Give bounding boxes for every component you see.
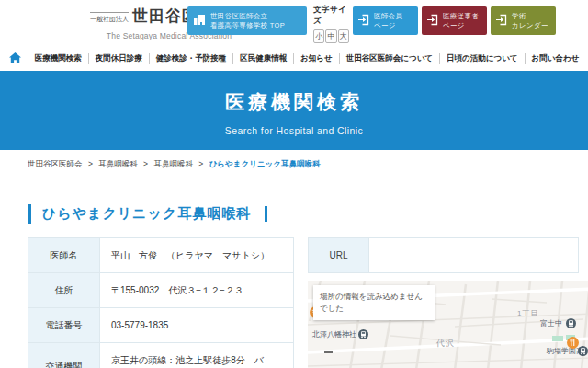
detail-label: 交通機関 — [28, 343, 100, 368]
font-size-label: 文字サイズ — [313, 5, 350, 27]
restaurant-marker-icon[interactable] — [567, 336, 579, 348]
clinic-detail-section: 医師名 平山 方俊 （ヒラヤマ マサトシ） 住所 〒155-0032 代沢３−１… — [0, 237, 588, 368]
map[interactable]: 場所の情報を読み込めませんでした 北澤八幡神社 代沢 1丁目 富士中 駒場学園高 — [308, 281, 588, 368]
detail-label: 住所 — [28, 273, 100, 308]
worker-button-line1: 医療従事者 — [443, 12, 479, 20]
breadcrumb-home[interactable]: 世田谷区医師会 — [28, 159, 83, 168]
building-icon — [193, 14, 206, 29]
font-size-widget: 文字サイズ 小 中 大 — [313, 5, 350, 43]
url-value — [369, 238, 579, 273]
detail-value: 京王井の頭線：池之上駅徒歩8分 バス：淡島徒歩1分 — [100, 343, 294, 368]
breadcrumb-separator: > — [198, 159, 203, 168]
url-table: URL — [308, 237, 579, 273]
login-icon — [427, 14, 438, 29]
header: 一般社団法人 世田谷区医師会 The Setagaya Medical Asso… — [0, 0, 588, 46]
nav-item-night-holiday[interactable]: 夜間休日診療 — [88, 53, 149, 64]
nav-home[interactable] — [3, 53, 28, 64]
detail-value: 03-5779-1835 — [100, 308, 294, 343]
page-subtitle: Search for Hospital and Clinic — [0, 125, 588, 136]
calendar-button-line1: 学術 — [512, 12, 548, 20]
nav-item-checkup[interactable]: 健診検診・予防接種 — [149, 53, 233, 64]
nav-item-health-info[interactable]: 区民健康情報 — [232, 53, 293, 64]
clinic-name-heading: ひらやまクリニック耳鼻咽喉科 — [42, 205, 251, 223]
table-row: 医師名 平山 方俊 （ヒラヤマ マサトシ） — [28, 238, 294, 273]
org-type-label: 一般社団法人 — [90, 12, 129, 24]
clinic-detail-table: 医師名 平山 方俊 （ヒラヤマ マサトシ） 住所 〒155-0032 代沢３−１… — [28, 237, 294, 368]
bus-stop-icon[interactable] — [578, 343, 588, 353]
table-row: 住所 〒155-0032 代沢３−１２−２３ — [28, 273, 294, 308]
page: 一般社団法人 世田谷区医師会 The Setagaya Medical Asso… — [0, 0, 588, 368]
map-label-chome: 1丁目 — [517, 308, 538, 318]
page-title: 医療機関検索 — [0, 89, 588, 115]
map-label-shrine[interactable]: 北澤八幡神社 — [312, 329, 356, 339]
breadcrumb-subcategory[interactable]: 耳鼻咽喉科 — [153, 159, 193, 168]
nav-item-news[interactable]: お知らせ — [293, 53, 339, 64]
table-row: 電話番号 03-5779-1835 — [28, 308, 294, 343]
title-accent-bar — [265, 206, 267, 222]
global-nav: 医療機関検索 夜間休日診療 健診検診・予防接種 区民健康情報 お知らせ 世田谷区… — [0, 46, 588, 71]
breadcrumb-separator: > — [143, 159, 148, 168]
school-button-line2: 看護高等専修学校 TOP — [210, 21, 285, 29]
url-label: URL — [309, 238, 369, 273]
worker-button-line2: ページ — [443, 21, 479, 29]
detail-label: 医師名 — [28, 238, 100, 273]
font-size-medium-button[interactable]: 中 — [325, 29, 336, 43]
table-row: URL — [309, 238, 579, 273]
detail-value: 〒155-0032 代沢３−１２−２３ — [100, 273, 294, 308]
map-label-fuji-school[interactable]: 富士中 — [540, 318, 562, 328]
home-icon — [9, 52, 21, 65]
hero-banner: 医療機関検索 Search for Hospital and Clinic — [0, 71, 588, 150]
nav-item-about[interactable]: 世田谷区医師会について — [339, 53, 439, 64]
bus-stop-icon[interactable] — [566, 316, 576, 326]
nav-item-search[interactable]: 医療機関検索 — [28, 53, 88, 64]
table-row: 交通機関 京王井の頭線：池之上駅徒歩8分 バス：淡島徒歩1分 — [28, 343, 294, 368]
font-size-large-button[interactable]: 大 — [338, 29, 349, 43]
breadcrumb-current: ひらやまクリニック耳鼻咽喉科 — [209, 159, 321, 168]
nursing-school-button[interactable]: 世田谷区医師会立 看護高等専修学校 TOP — [187, 6, 307, 35]
medical-worker-page-button[interactable]: 医療従事者 ページ — [422, 6, 487, 35]
calendar-button-line2: カレンダー — [512, 21, 548, 29]
nav-item-activities[interactable]: 日頃の活動について — [439, 53, 525, 64]
map-road-dash — [324, 351, 333, 353]
academic-calendar-button[interactable]: 学術 カレンダー — [491, 6, 556, 35]
member-button-line1: 医師会員 — [374, 12, 402, 20]
clinic-title-row: ひらやまクリニック耳鼻咽喉科 — [28, 204, 588, 224]
right-column: URL — [308, 237, 588, 368]
breadcrumb-separator: > — [88, 159, 93, 168]
map-label-daizawa: 代沢 — [436, 338, 455, 350]
breadcrumb-category[interactable]: 耳鼻咽喉科 — [98, 159, 138, 168]
login-icon — [496, 14, 507, 29]
member-page-button[interactable]: 医師会員 ページ — [353, 6, 418, 35]
nav-item-contact[interactable]: お問い合わせ — [525, 53, 586, 64]
breadcrumb: 世田谷区医師会 > 耳鼻咽喉科 > 耳鼻咽喉科 > ひらやまクリニック耳鼻咽喉科 — [28, 159, 588, 170]
font-size-small-button[interactable]: 小 — [313, 29, 324, 43]
title-accent-bar — [28, 204, 31, 224]
field-patch — [552, 336, 563, 341]
detail-value: 平山 方俊 （ヒラヤマ マサトシ） — [100, 238, 294, 273]
map-error-message: 場所の情報を読み込めませんでした — [313, 285, 435, 320]
detail-label: 電話番号 — [28, 308, 100, 343]
station-icon[interactable] — [358, 327, 368, 337]
school-button-line1: 世田谷区医師会立 — [210, 12, 285, 20]
member-button-line2: ページ — [374, 21, 402, 29]
login-icon — [358, 14, 369, 29]
